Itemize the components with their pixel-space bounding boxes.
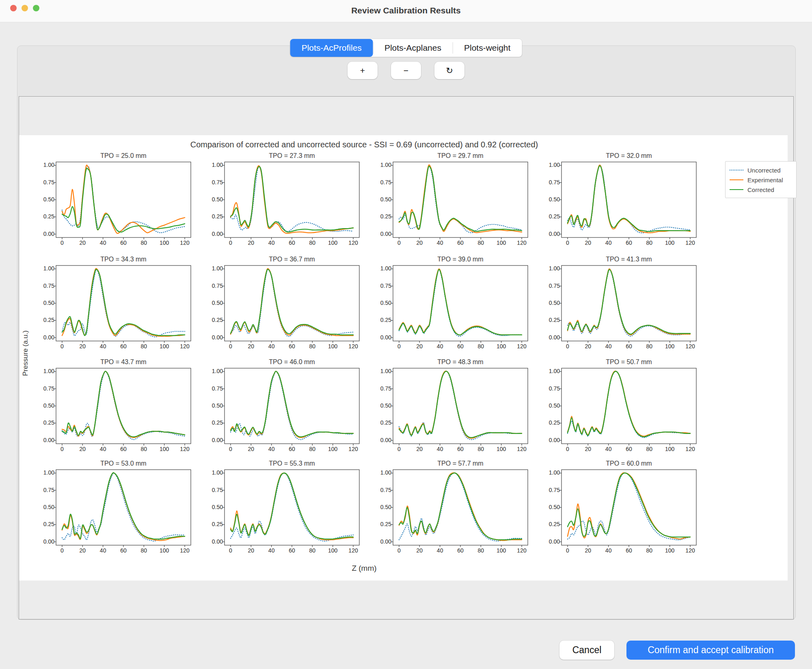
y-tick-label: 0.50: [374, 402, 391, 409]
x-tick-label: 60: [451, 547, 469, 554]
x-tick-label: 60: [283, 240, 301, 246]
x-tick-label: 80: [472, 240, 490, 246]
y-tick-label: 1.00: [374, 162, 391, 168]
y-tick-label: 1.00: [37, 265, 54, 272]
x-tick-label: 20: [73, 343, 91, 350]
figure-canvas: Comparison of corrected and uncorrected …: [19, 135, 788, 581]
y-tick-label: 0.50: [37, 300, 54, 306]
x-tick-label: 40: [431, 343, 449, 350]
y-tick-label: 1.00: [205, 368, 223, 374]
y-tick-label: 0.00: [37, 538, 54, 545]
subplot-tpo-60: TPO = 60.0 mm0.000.250.500.751.000204060…: [559, 459, 699, 553]
y-tick-label: 0.00: [374, 538, 391, 545]
y-tick-label: 1.00: [542, 162, 560, 168]
confirm-accept-calibration-button[interactable]: Confirm and accept calibration: [626, 641, 795, 660]
x-tick-label: 60: [283, 547, 301, 554]
y-tick-label: 1.00: [205, 469, 223, 476]
tab-plots-acplanes[interactable]: Plots-Acplanes: [373, 39, 453, 57]
subplot-title: TPO = 32.0 mm: [559, 151, 699, 160]
x-tick-label: 120: [176, 240, 194, 246]
subplot-axes: [54, 367, 193, 448]
y-tick-label: 0.75: [205, 283, 223, 289]
subplot-axes: [559, 367, 699, 448]
y-tick-label: 0.25: [542, 521, 560, 527]
subplot-axes: [222, 367, 362, 448]
x-tick-label: 100: [324, 446, 342, 452]
x-tick-label: 60: [114, 343, 132, 350]
subplot-axes: [559, 468, 699, 550]
subplot-title: TPO = 60.0 mm: [559, 459, 699, 468]
y-tick-label: 0.25: [374, 521, 391, 527]
experimental-line-sample-icon: [730, 179, 743, 180]
x-tick-label: 0: [559, 547, 577, 554]
x-tick-label: 40: [263, 547, 281, 554]
subplot-title: TPO = 53.0 mm: [54, 459, 193, 468]
y-tick-label: 1.00: [37, 368, 54, 374]
x-tick-label: 80: [303, 547, 321, 554]
y-tick-label: 0.00: [37, 437, 54, 443]
x-tick-label: 20: [73, 446, 91, 452]
x-tick-label: 40: [94, 547, 112, 554]
x-tick-label: 40: [431, 446, 449, 452]
x-tick-label: 120: [176, 446, 194, 452]
subplot-tpo-41.3: TPO = 41.3 mm0.000.250.500.751.000204060…: [559, 255, 699, 349]
x-tick-label: 20: [410, 240, 428, 246]
subplot-title: TPO = 57.7 mm: [391, 459, 530, 468]
x-tick-label: 20: [410, 547, 428, 554]
tab-plots-weight[interactable]: Plots-weight: [453, 39, 522, 57]
x-tick-label: 120: [513, 446, 531, 452]
x-tick-label: 40: [600, 547, 618, 554]
x-tick-label: 0: [222, 446, 240, 452]
subplot-axes: [391, 161, 530, 242]
x-tick-label: 20: [242, 240, 260, 246]
x-tick-label: 0: [53, 240, 71, 246]
plot-toolbar: + − ↻: [348, 62, 464, 79]
y-tick-label: 0.25: [37, 317, 54, 323]
zoom-in-button[interactable]: +: [348, 62, 378, 79]
y-tick-label: 0.00: [542, 334, 560, 341]
x-tick-label: 0: [390, 547, 408, 554]
x-tick-label: 100: [492, 446, 510, 452]
x-tick-label: 80: [640, 240, 658, 246]
x-tick-label: 0: [222, 547, 240, 554]
reset-view-button[interactable]: ↻: [434, 62, 464, 79]
subplot-title: TPO = 36.7 mm: [222, 255, 362, 264]
x-tick-label: 60: [114, 547, 132, 554]
x-tick-label: 40: [263, 446, 281, 452]
y-tick-label: 0.75: [37, 179, 54, 186]
x-tick-label: 120: [681, 446, 699, 452]
x-tick-label: 100: [155, 240, 173, 246]
x-tick-label: 100: [155, 446, 173, 452]
y-tick-label: 0.75: [374, 179, 391, 186]
subplot-axes: [391, 367, 530, 448]
tab-plots-acprofiles[interactable]: Plots-AcProfiles: [290, 39, 373, 57]
x-tick-label: 40: [600, 240, 618, 246]
x-tick-label: 0: [559, 240, 577, 246]
legend-entry-corrected: Corrected: [730, 185, 792, 194]
x-tick-label: 20: [579, 446, 597, 452]
zoom-out-button[interactable]: −: [391, 62, 421, 79]
x-tick-label: 0: [390, 343, 408, 350]
y-tick-label: 0.25: [542, 317, 560, 323]
x-tick-label: 0: [222, 343, 240, 350]
x-tick-label: 20: [242, 446, 260, 452]
y-tick-label: 0.00: [37, 334, 54, 341]
x-tick-label: 60: [620, 446, 638, 452]
cancel-button[interactable]: Cancel: [559, 641, 614, 660]
subplot-title: TPO = 55.3 mm: [222, 459, 362, 468]
y-tick-label: 0.50: [542, 300, 560, 306]
y-tick-label: 0.75: [205, 179, 223, 186]
x-tick-label: 120: [344, 240, 362, 246]
x-tick-label: 100: [324, 343, 342, 350]
subplot-axes: [222, 264, 362, 345]
subplot-title: TPO = 34.3 mm: [54, 255, 193, 264]
x-tick-label: 20: [410, 343, 428, 350]
subplot-axes: [559, 161, 699, 242]
x-tick-label: 20: [579, 547, 597, 554]
window-titlebar: Review Calibration Results: [0, 0, 812, 22]
x-tick-label: 120: [513, 240, 531, 246]
x-tick-label: 20: [73, 240, 91, 246]
subplot-axes: [222, 161, 362, 242]
x-tick-label: 0: [53, 343, 71, 350]
y-tick-label: 0.75: [374, 283, 391, 289]
